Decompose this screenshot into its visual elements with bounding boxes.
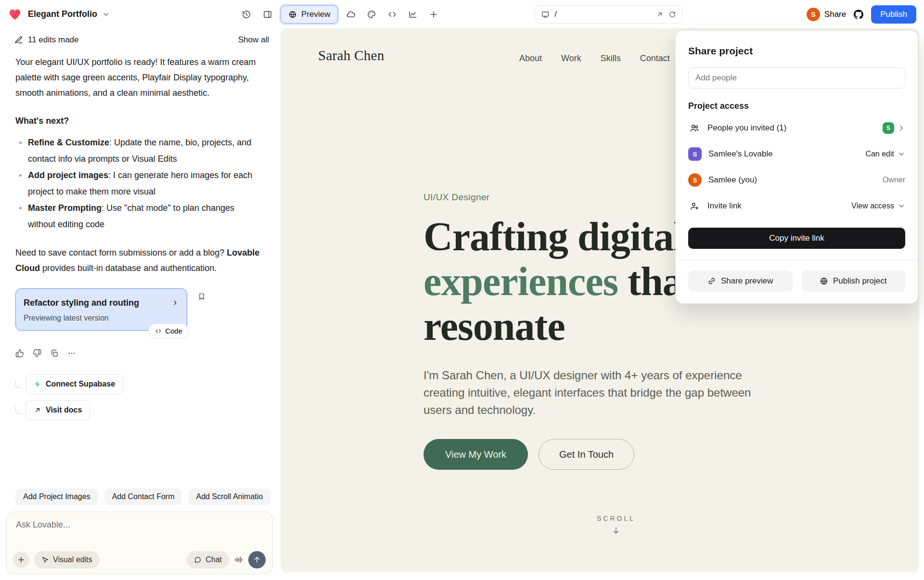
refresh-icon[interactable]: [668, 11, 676, 18]
lovable-logo-icon[interactable]: [8, 7, 22, 22]
chat-input[interactable]: [16, 520, 263, 530]
modal-title: Share project: [688, 45, 905, 57]
topbar: Elegant Portfolio Preview: [0, 0, 924, 28]
preview-button[interactable]: Preview: [281, 5, 338, 24]
site-brand[interactable]: Sarah Chen: [318, 48, 385, 64]
palette-button[interactable]: [362, 5, 381, 24]
edits-icon: [14, 36, 23, 44]
invite-link-row[interactable]: Invite link View access: [688, 193, 905, 219]
chevron-right-icon: [171, 299, 179, 307]
thumbs-down-button[interactable]: [33, 349, 41, 358]
chevron-right-icon: [898, 124, 905, 132]
people-invited-row[interactable]: People you invited (1) S: [688, 115, 905, 141]
globe-icon: [820, 277, 828, 285]
copy-invite-link-button[interactable]: Copy invite link: [688, 228, 905, 249]
version-card-title: Refactor styling and routing: [24, 295, 139, 310]
code-chip-label: Code: [165, 327, 182, 335]
cloud-note-post: provides built-in database and authentic…: [40, 263, 217, 273]
heading-line3: resonate: [424, 304, 565, 348]
edits-header: 11 edits made Show all: [0, 28, 281, 48]
url-bar[interactable]: /: [535, 5, 682, 24]
add-attachment-button[interactable]: [13, 552, 29, 568]
modal-footer: Share preview Publish project: [688, 271, 905, 292]
view-my-work-button[interactable]: View My Work: [424, 439, 528, 470]
visual-edits-button[interactable]: Visual edits: [34, 551, 100, 568]
url-path[interactable]: /: [554, 10, 651, 19]
code-chip-button[interactable]: Code: [148, 323, 189, 338]
chat-bubble-icon: [194, 556, 202, 564]
nav-contact[interactable]: Contact: [640, 53, 670, 64]
github-button[interactable]: [853, 9, 864, 20]
voice-input-button[interactable]: [234, 555, 244, 565]
chevron-down-icon[interactable]: [102, 11, 110, 18]
chat-mode-button[interactable]: Chat: [187, 551, 229, 568]
cloud-note-pre: Need to save contact form submissions or…: [15, 248, 227, 258]
bullet-title: Add project images: [28, 170, 108, 180]
add-people-input[interactable]: [688, 67, 905, 89]
visit-docs-button[interactable]: Visit docs: [26, 400, 90, 420]
modal-divider: [676, 259, 918, 260]
invite-link-permission-dropdown[interactable]: View access: [851, 202, 905, 210]
invite-link-label: Invite link: [707, 201, 845, 211]
list-item: Add project images: I can generate hero …: [15, 167, 263, 200]
cloud-button[interactable]: [342, 5, 360, 24]
version-card-wrap: Refactor styling and routing Previewing …: [15, 288, 187, 331]
invited-avatar: S: [883, 122, 894, 134]
copy-message-button[interactable]: [50, 349, 59, 358]
people-invited-label: People you invited (1): [707, 123, 876, 133]
suggestion-chip[interactable]: Add Project Images: [15, 489, 98, 505]
monitor-icon[interactable]: [541, 10, 550, 19]
owner-label: Samlee (you): [708, 175, 876, 185]
composer[interactable]: Visual edits Chat: [6, 512, 273, 574]
owner-avatar: S: [688, 173, 702, 187]
thumbs-up-button[interactable]: [15, 349, 24, 358]
history-button[interactable]: [237, 5, 256, 24]
share-button[interactable]: S Share: [807, 8, 846, 21]
arrow-down-icon: [611, 526, 621, 536]
tree-connector: [15, 380, 22, 388]
publish-project-button[interactable]: Publish project: [801, 271, 906, 292]
nav-skills[interactable]: Skills: [601, 53, 621, 64]
show-all-button[interactable]: Show all: [238, 35, 269, 45]
connect-supabase-button[interactable]: Connect Supabase: [26, 374, 123, 394]
more-options-button[interactable]: [67, 349, 76, 358]
send-button[interactable]: [248, 551, 266, 568]
plus-button[interactable]: [424, 5, 443, 24]
heading-line1: Crafting digital: [424, 214, 684, 259]
site-nav: About Work Skills Contact: [519, 53, 670, 64]
people-icon: [688, 123, 701, 133]
workspace-label: Samlee's Lovable: [708, 149, 859, 159]
chevron-down-icon: [898, 150, 905, 158]
nav-about[interactable]: About: [519, 53, 542, 64]
suggestion-chip[interactable]: Add Contact Form: [104, 489, 182, 505]
connect-supabase-label: Connect Supabase: [46, 380, 115, 388]
get-in-touch-button[interactable]: Get In Touch: [539, 439, 634, 470]
list-item: Master Prompting: Use "chat mode" to pla…: [15, 200, 263, 232]
tree-connector: [15, 406, 22, 414]
workspace-permission-dropdown[interactable]: Can edit: [865, 150, 905, 158]
user-avatar: S: [807, 8, 820, 21]
workspace-access-row[interactable]: S Samlee's Lovable Can edit: [688, 141, 905, 167]
nav-work[interactable]: Work: [561, 53, 581, 64]
composer-controls: Visual edits Chat: [13, 551, 266, 568]
cursor-icon: [41, 556, 49, 564]
hero-ctas: View My Work Get In Touch: [424, 439, 919, 470]
open-in-new-tab-icon[interactable]: [656, 11, 664, 18]
visual-edits-label: Visual edits: [53, 555, 92, 564]
code-button[interactable]: [383, 5, 401, 24]
analytics-button[interactable]: [404, 5, 422, 24]
layout-panel-button[interactable]: [258, 5, 277, 24]
owner-role: Owner: [883, 176, 905, 184]
bookmark-button[interactable]: [197, 292, 206, 301]
share-preview-button[interactable]: Share preview: [688, 271, 793, 292]
project-name[interactable]: Elegant Portfolio: [28, 9, 97, 19]
share-preview-label: Share preview: [721, 276, 773, 286]
panel-controls: [237, 5, 277, 24]
chat-panel: 11 edits made Show all Your elegant UI/U…: [0, 28, 281, 580]
suggestion-chip[interactable]: Add Scroll Animatio: [188, 489, 270, 505]
workspace-avatar: S: [688, 147, 702, 161]
publish-button[interactable]: Publish: [871, 5, 916, 24]
hero-bio: I'm Sarah Chen, a UI/UX designer with 4+…: [424, 367, 782, 419]
cloud-note: Need to save contact form submissions or…: [15, 245, 263, 276]
bullet-title: Master Prompting: [28, 203, 102, 213]
